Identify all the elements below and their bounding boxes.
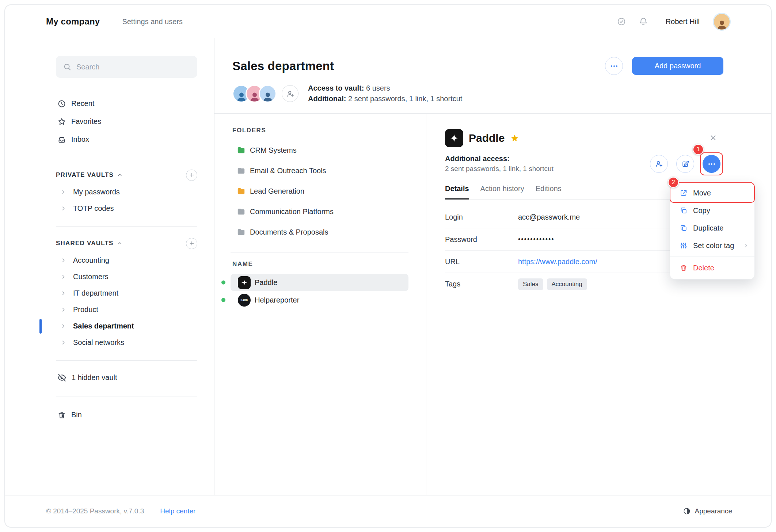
search-box[interactable]	[56, 56, 197, 78]
inbox-icon	[57, 135, 66, 144]
field-label: Tags	[445, 280, 518, 288]
sidebar-item-label: Recent	[71, 99, 94, 108]
field-label: URL	[445, 258, 518, 266]
password-item-helpareporter[interactable]: HARO Helpareporter	[231, 291, 408, 309]
bell-icon[interactable]	[639, 17, 648, 26]
login-value[interactable]: acc@passwork.me	[518, 213, 580, 221]
sidebar-item-recent[interactable]: Recent	[56, 95, 197, 113]
folder-documents-proposals[interactable]: Documents & Proposals	[232, 222, 426, 242]
share-access-button[interactable]	[650, 155, 668, 173]
user-avatar[interactable]	[713, 13, 731, 31]
sidebar-item-sales-department[interactable]: Sales department	[56, 318, 197, 334]
settings-and-users-link[interactable]: Settings and users	[122, 18, 183, 26]
folder-crm-systems[interactable]: CRM Systems	[232, 140, 426, 160]
menu-item-label: Delete	[693, 264, 714, 272]
chevron-right-icon[interactable]	[61, 274, 66, 280]
add-password-button[interactable]: Add password	[632, 57, 723, 75]
main-area: Sales department Add password	[214, 38, 771, 495]
sidebar-item-it-department[interactable]: IT department	[56, 285, 197, 301]
invite-user-button[interactable]	[282, 85, 298, 102]
vault-label: IT department	[73, 289, 118, 297]
search-icon	[63, 63, 71, 71]
folder-communication-platforms[interactable]: Communication Platforms	[232, 201, 426, 222]
bin-item[interactable]: Bin	[56, 406, 197, 424]
chevron-right-icon[interactable]	[61, 340, 66, 345]
vault-label: Accounting	[73, 256, 109, 265]
chevron-right-icon[interactable]	[61, 258, 66, 263]
sidebar-item-totp-codes[interactable]: TOTP codes	[56, 200, 197, 217]
folder-email-outreach[interactable]: Email & Outreach Tools	[232, 160, 426, 181]
footer: © 2014–2025 Passwork, v.7.0.3 Help cente…	[5, 495, 771, 527]
move-icon	[680, 189, 688, 197]
company-title: My company	[46, 16, 100, 27]
folders-section-title: FOLDERS	[232, 127, 426, 134]
help-center-link[interactable]: Help center	[160, 507, 195, 515]
context-menu: Move Copy Duplicate	[670, 182, 755, 280]
folder-label: Documents & Proposals	[250, 228, 328, 236]
member-avatar[interactable]	[259, 85, 277, 103]
vault-more-button[interactable]	[605, 57, 623, 75]
sidebar-item-customers[interactable]: Customers	[56, 269, 197, 285]
password-value[interactable]: ••••••••••••	[518, 236, 555, 243]
menu-item-duplicate[interactable]: Duplicate	[670, 219, 754, 237]
menu-item-label: Set color tag	[693, 242, 734, 250]
tag-chip[interactable]: Accounting	[547, 278, 587, 290]
url-link[interactable]: https://www.paddle.com/	[518, 258, 597, 266]
chevron-right-icon[interactable]	[61, 206, 66, 211]
password-item-label: Paddle	[255, 278, 277, 287]
name-section-title: NAME	[232, 261, 426, 268]
favorite-star-icon[interactable]	[510, 134, 519, 143]
vault-label: Customers	[73, 273, 109, 281]
menu-item-delete[interactable]: Delete	[670, 259, 754, 277]
vault-member-avatars[interactable]	[232, 85, 277, 103]
chevron-right-icon[interactable]	[61, 290, 66, 296]
menu-item-set-color-tag[interactable]: Set color tag	[670, 237, 754, 254]
chevron-up-icon[interactable]	[117, 172, 122, 178]
sidebar-item-product[interactable]: Product	[56, 301, 197, 318]
more-actions-button[interactable]	[703, 155, 720, 173]
eye-off-icon	[57, 373, 66, 382]
add-private-vault-button[interactable]	[186, 170, 197, 181]
edit-button[interactable]	[676, 155, 694, 173]
vault-label: Social networks	[73, 338, 124, 347]
chevron-right-icon[interactable]	[61, 307, 66, 312]
tag-chip[interactable]: Sales	[518, 278, 543, 290]
add-shared-vault-button[interactable]	[186, 238, 197, 249]
folder-lead-generation[interactable]: Lead Generation	[232, 181, 426, 201]
shared-vaults-title[interactable]: SHARED VAULTS	[56, 240, 114, 247]
star-icon	[57, 117, 66, 126]
field-label: Login	[445, 213, 518, 221]
close-icon[interactable]	[709, 134, 717, 142]
hidden-vault-item[interactable]: 1 hidden vault	[56, 369, 197, 387]
password-item-paddle[interactable]: Paddle	[231, 274, 408, 291]
user-name[interactable]: Robert Hill	[666, 18, 700, 26]
sidebar-divider	[56, 226, 197, 227]
sidebar-item-accounting[interactable]: Accounting	[56, 252, 197, 269]
search-input[interactable]	[76, 63, 190, 71]
access-value: 6 users	[366, 84, 390, 92]
chevron-right-icon[interactable]	[61, 323, 66, 329]
folder-label: Communication Platforms	[250, 208, 334, 216]
menu-item-move[interactable]: Move	[670, 184, 754, 202]
menu-item-copy[interactable]: Copy	[670, 202, 754, 219]
chevron-right-icon[interactable]	[61, 189, 66, 195]
tab-action-history[interactable]: Action history	[480, 185, 524, 199]
folder-icon	[236, 207, 246, 216]
appearance-toggle[interactable]: Appearance	[683, 507, 732, 515]
vault-title: Sales department	[232, 59, 334, 73]
tab-editions[interactable]: Editions	[536, 185, 562, 199]
additional-value: 2 sent passwords, 1 link, 1 shortcut	[348, 95, 462, 103]
sidebar-item-social-networks[interactable]: Social networks	[56, 334, 197, 351]
record-actions: 1	[650, 155, 720, 173]
sidebar-item-my-passwords[interactable]: My passwords	[56, 184, 197, 200]
copyright-text: © 2014–2025 Passwork, v.7.0.3	[46, 507, 144, 515]
app-body: Recent Favorites Inbox	[5, 38, 771, 495]
sidebar-item-inbox[interactable]: Inbox	[56, 130, 197, 148]
check-circle-icon[interactable]	[617, 17, 626, 26]
tab-details[interactable]: Details	[445, 185, 469, 199]
sidebar-item-label: Favorites	[71, 117, 101, 126]
private-vaults-title[interactable]: PRIVATE VAULTS	[56, 171, 114, 179]
chevron-up-icon[interactable]	[117, 241, 122, 246]
sidebar-item-favorites[interactable]: Favorites	[56, 113, 197, 130]
folder-icon	[236, 227, 246, 237]
